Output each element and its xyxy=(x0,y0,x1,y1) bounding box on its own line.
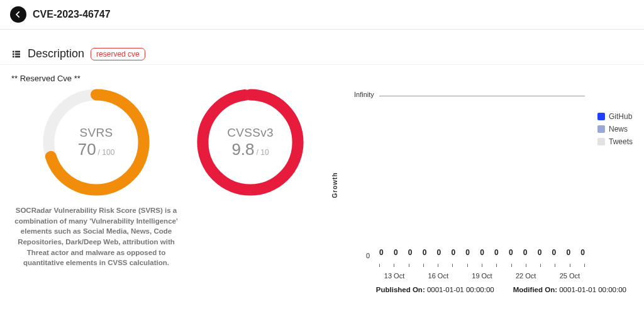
x-label: 25 Oct xyxy=(557,272,582,280)
svg-rect-2 xyxy=(13,53,14,55)
x-label: 13 Oct xyxy=(382,272,407,280)
list-icon xyxy=(11,49,21,59)
data-label: 0 xyxy=(538,248,542,257)
data-label: 0 xyxy=(480,248,484,257)
svrs-label: SVRS xyxy=(80,126,113,140)
svg-rect-5 xyxy=(15,55,20,57)
legend-label: Tweets xyxy=(609,137,633,146)
data-label: 0 xyxy=(494,248,499,257)
data-label: 0 xyxy=(394,248,398,257)
y-axis-top: Infinity xyxy=(354,91,374,98)
svrs-description: SOCRadar Vulnerability Risk Score (SVRS)… xyxy=(11,205,181,268)
legend-item[interactable]: News xyxy=(597,125,633,133)
data-label: 0 xyxy=(465,248,470,257)
legend-label: GitHub xyxy=(609,112,632,121)
x-tick xyxy=(467,264,468,267)
svrs-gauge: SVRS 70 / 100 xyxy=(40,86,153,199)
svg-rect-1 xyxy=(15,50,20,52)
x-tick xyxy=(496,264,497,267)
data-label: 0 xyxy=(379,248,384,257)
svrs-value: 70 xyxy=(78,140,96,159)
chart-legend: GitHubNewsTweets xyxy=(597,91,633,280)
svrs-max: / 100 xyxy=(98,148,115,157)
published-on: Published On: 0001-01-01 00:00:00 xyxy=(376,286,494,293)
svrs-column: SVRS 70 / 100 SOCRadar Vulnerability Ris… xyxy=(11,86,181,268)
svg-rect-3 xyxy=(15,53,20,55)
data-label: 0 xyxy=(552,248,557,257)
data-label: 0 xyxy=(509,248,513,257)
data-label: 0 xyxy=(437,248,441,257)
cvss-value: 9.8 xyxy=(231,140,254,159)
y-axis-label: Growth xyxy=(331,173,338,198)
top-bar: CVE-2023-46747 xyxy=(0,0,644,30)
x-ticks xyxy=(379,264,585,267)
cve-id-title: CVE-2023-46747 xyxy=(33,9,111,20)
x-tick xyxy=(540,264,541,267)
svg-rect-4 xyxy=(13,55,14,57)
cvss-max: / 10 xyxy=(257,148,269,157)
x-tick xyxy=(438,264,438,267)
growth-chart-area: Infinity Growth 0 000000000000000 13 Oct… xyxy=(319,86,633,280)
x-tick xyxy=(584,264,585,267)
svg-rect-0 xyxy=(13,50,14,52)
growth-chart: Infinity Growth 0 000000000000000 13 Oct… xyxy=(319,91,591,280)
cvss-label: CVSSv3 xyxy=(227,126,274,140)
description-header: Description reserved cve xyxy=(0,30,644,65)
data-label: 0 xyxy=(566,248,570,257)
legend-swatch xyxy=(597,138,605,145)
modified-on: Modified On: 0001-01-01 00:00:00 xyxy=(513,286,626,293)
x-tick xyxy=(423,264,424,267)
content-row: SVRS 70 / 100 SOCRadar Vulnerability Ris… xyxy=(0,83,644,286)
x-label: 22 Oct xyxy=(513,272,538,280)
back-button[interactable] xyxy=(10,6,26,23)
legend-item[interactable]: Tweets xyxy=(597,137,633,146)
cvss-gauge: CVSSv3 9.8 / 10 xyxy=(194,86,307,199)
legend-swatch xyxy=(597,113,605,120)
cvss-column: CVSSv3 9.8 / 10 xyxy=(194,86,307,199)
data-label: 0 xyxy=(580,248,585,257)
legend-item[interactable]: GitHub xyxy=(597,112,633,121)
x-labels: 13 Oct16 Oct19 Oct22 Oct25 Oct xyxy=(379,272,585,280)
data-label: 0 xyxy=(423,248,427,257)
y-axis-bottom: 0 xyxy=(366,252,370,259)
x-label: 19 Oct xyxy=(469,272,494,280)
reserved-badge: reserved cve xyxy=(91,48,145,60)
x-tick xyxy=(379,264,380,267)
x-tick xyxy=(511,264,512,267)
legend-swatch xyxy=(597,125,605,133)
x-tick xyxy=(570,264,570,267)
x-tick xyxy=(555,264,555,267)
x-tick xyxy=(526,264,526,267)
data-label: 0 xyxy=(451,248,455,257)
x-tick xyxy=(394,264,394,267)
reserved-cve-text: ** Reserved Cve ** xyxy=(0,65,644,83)
x-label: 16 Oct xyxy=(426,272,451,280)
arrow-left-icon xyxy=(14,10,23,19)
chart-top-line xyxy=(379,96,585,96)
legend-label: News xyxy=(609,125,628,133)
section-title: Description xyxy=(28,47,84,60)
data-label: 0 xyxy=(408,248,413,257)
footer-dates: Published On: 0001-01-01 00:00:00 Modifi… xyxy=(0,286,644,300)
x-tick xyxy=(409,264,409,267)
x-tick xyxy=(452,264,453,267)
data-labels-row: 000000000000000 xyxy=(379,248,585,257)
x-tick xyxy=(482,264,482,267)
data-label: 0 xyxy=(523,248,528,257)
